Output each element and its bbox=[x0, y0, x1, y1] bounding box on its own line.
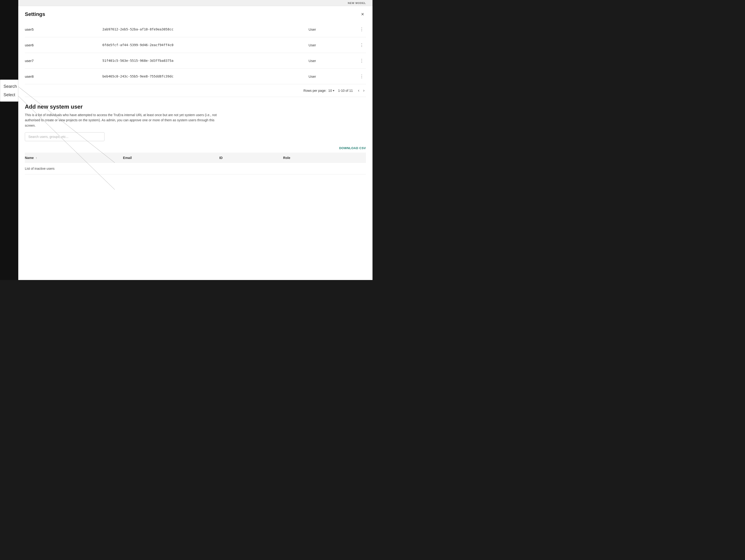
add-user-description: This is a list of individuals who have a… bbox=[25, 112, 217, 128]
download-csv-row: DOWNLOAD CSV bbox=[25, 145, 366, 151]
page-nav: ‹ › bbox=[357, 88, 366, 94]
col-header-role: Role bbox=[280, 153, 366, 163]
table-row: user5 2ab97612-2eb5-52ba-af10-8fe9ea3058… bbox=[25, 22, 366, 37]
search-input-wrap bbox=[25, 132, 366, 141]
more-options-button[interactable]: ⋮ bbox=[358, 26, 366, 33]
search-users-input[interactable] bbox=[25, 132, 104, 141]
pagination-bar: Rows per page: 10 ▾ 1-10 of 11 ‹ › bbox=[25, 84, 366, 97]
settings-modal: Settings × user5 2ab97612-2eb5-52ba-af10… bbox=[18, 6, 372, 280]
modal-title: Settings bbox=[25, 11, 45, 17]
table-row: List of inactive users bbox=[25, 163, 366, 174]
modal-content: user5 2ab97612-2eb5-52ba-af10-8fe9ea3058… bbox=[18, 22, 372, 279]
rows-select-dropdown[interactable]: 10 ▾ bbox=[328, 89, 334, 93]
col-header-email: Email bbox=[119, 153, 216, 163]
prev-page-button[interactable]: ‹ bbox=[357, 88, 361, 94]
user-role: User bbox=[305, 53, 354, 69]
col-header-id: ID bbox=[216, 153, 280, 163]
user-role: User bbox=[305, 37, 354, 53]
user-name: user8 bbox=[25, 69, 99, 84]
add-user-section: Add new system user This is a list of in… bbox=[25, 97, 366, 178]
more-options-button[interactable]: ⋮ bbox=[358, 41, 366, 48]
user-role: User bbox=[305, 69, 354, 84]
next-page-button[interactable]: › bbox=[362, 88, 366, 94]
download-csv-button[interactable]: DOWNLOAD CSV bbox=[339, 145, 366, 151]
inactive-users-table: Name ↑EmailIDRole List of inactive users bbox=[25, 153, 366, 174]
user-name: user6 bbox=[25, 37, 99, 53]
sidebar bbox=[0, 0, 18, 280]
new-model-label: NEW MODEL bbox=[348, 2, 366, 4]
table-row: user8 beb465c0-243c-55b5-9ee8-755dd8fc39… bbox=[25, 69, 366, 84]
dropdown-icon: ▾ bbox=[333, 89, 334, 92]
user-name: user7 bbox=[25, 53, 99, 69]
inactive-table-header: Name ↑EmailIDRole bbox=[25, 153, 366, 163]
user-id: 2ab97612-2eb5-52ba-af10-8fe9ea3058cc bbox=[99, 22, 305, 37]
table-row: user6 6fde5fcf-af44-5399-9d46-2eacf94ff4… bbox=[25, 37, 366, 53]
top-bar: NEW MODEL bbox=[18, 0, 372, 6]
user-actions: ⋮ bbox=[354, 69, 366, 84]
user-actions: ⋮ bbox=[354, 22, 366, 37]
callout-select-label: Select bbox=[3, 91, 15, 99]
user-name: user5 bbox=[25, 22, 99, 37]
user-role: User bbox=[305, 22, 354, 37]
rows-per-page: Rows per page: 10 ▾ bbox=[303, 89, 334, 93]
more-options-button[interactable]: ⋮ bbox=[358, 73, 366, 80]
more-options-button[interactable]: ⋮ bbox=[358, 57, 366, 64]
col-header-name[interactable]: Name ↑ bbox=[25, 153, 119, 163]
page-info: 1-10 of 11 bbox=[338, 89, 353, 93]
modal-header: Settings × bbox=[18, 6, 372, 22]
table-row: user7 51f401c5-563e-5515-968e-3d3ffba837… bbox=[25, 53, 366, 69]
user-id: beb465c0-243c-55b5-9ee8-755dd8fc39dc bbox=[99, 69, 305, 84]
add-user-title: Add new system user bbox=[25, 103, 366, 110]
users-table: user5 2ab97612-2eb5-52ba-af10-8fe9ea3058… bbox=[25, 22, 366, 84]
rows-count: 10 bbox=[328, 89, 332, 93]
user-actions: ⋮ bbox=[354, 53, 366, 69]
close-button[interactable]: × bbox=[359, 11, 366, 18]
empty-list-text: List of inactive users bbox=[25, 167, 55, 170]
user-id: 6fde5fcf-af44-5399-9d46-2eacf94ff4c0 bbox=[99, 37, 305, 53]
callout-box: Search Select bbox=[0, 80, 18, 102]
user-actions: ⋮ bbox=[354, 37, 366, 53]
rows-per-page-label: Rows per page: bbox=[303, 89, 326, 93]
sort-icon: ↑ bbox=[36, 156, 37, 160]
callout-search-label: Search bbox=[3, 82, 15, 91]
user-id: 51f401c5-563e-5515-968e-3d3ffba8375a bbox=[99, 53, 305, 69]
